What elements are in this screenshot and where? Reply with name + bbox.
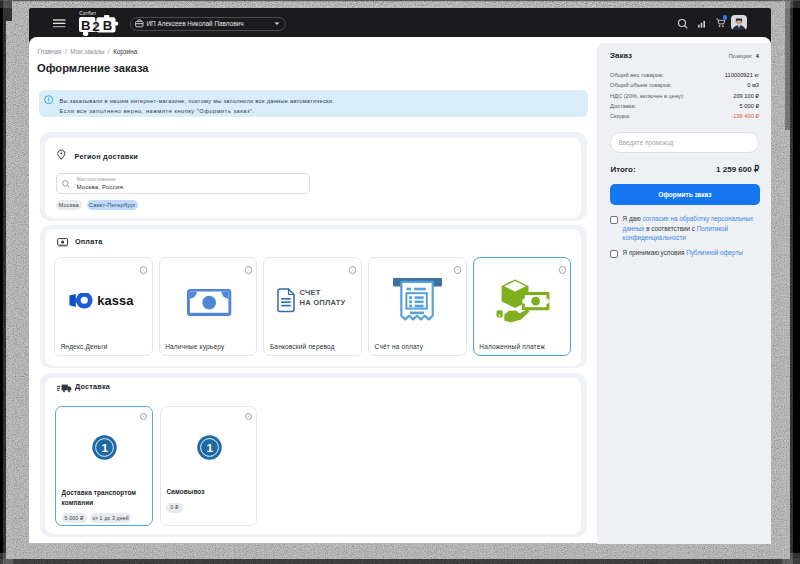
svg-text:kassa: kassa (97, 293, 134, 308)
svg-text:1: 1 (102, 440, 109, 454)
svg-text:В: В (81, 19, 91, 34)
svg-text:1: 1 (206, 440, 213, 454)
svg-text:В: В (103, 19, 113, 34)
svg-text:2: 2 (92, 19, 99, 34)
